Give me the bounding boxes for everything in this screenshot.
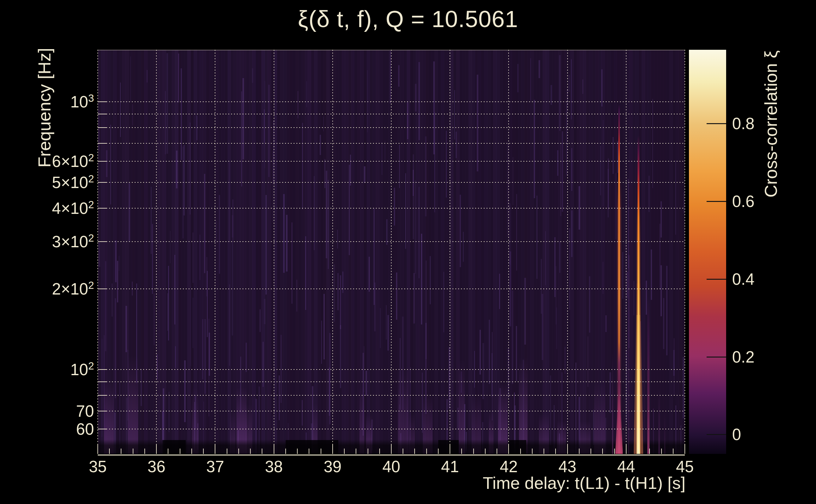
x-tick-mark	[661, 449, 662, 454]
y-tick-mark	[98, 182, 107, 183]
noise-line	[560, 144, 561, 216]
noise-line	[663, 298, 664, 349]
x-tick-mark	[590, 449, 591, 454]
noise-line	[530, 58, 531, 100]
noise-line	[306, 81, 307, 107]
x-axis-title: Time delay: t(L1) - t(H1) [s]	[0, 473, 686, 493]
noise-line	[323, 117, 324, 131]
noise-line	[425, 136, 427, 217]
v-gridline	[156, 50, 157, 454]
noise-line	[413, 154, 414, 239]
x-tick-mark	[297, 449, 298, 454]
noise-line	[460, 195, 461, 267]
noise-line	[674, 338, 675, 395]
noise-line	[463, 232, 463, 262]
noise-line	[538, 60, 540, 78]
v-gridline	[567, 50, 568, 454]
noise-line	[365, 371, 367, 396]
noise-line	[178, 54, 179, 103]
x-tick-mark	[379, 449, 380, 454]
y-tick-mark	[98, 289, 107, 289]
noise-line	[609, 372, 611, 413]
noise-line	[229, 284, 230, 366]
y-tick-mark	[98, 395, 107, 396]
noise-line	[340, 275, 341, 329]
noise-line	[334, 264, 335, 322]
x-tick-mark	[626, 444, 627, 454]
y-tick-label: 60	[18, 420, 94, 438]
x-tick-mark	[638, 449, 638, 454]
noise-line	[246, 343, 247, 372]
low-freq-noise-blob	[128, 355, 138, 454]
x-tick-mark	[579, 449, 579, 454]
noise-line	[571, 148, 572, 191]
noise-line	[398, 65, 399, 87]
streak-faint	[612, 353, 613, 454]
colorbar-tick-label: 0.4	[732, 270, 755, 288]
noise-line	[491, 353, 492, 397]
streak-faint	[658, 387, 660, 454]
noise-line	[154, 293, 154, 346]
noise-line	[446, 131, 446, 198]
colorbar	[689, 50, 726, 454]
colorbar-tick-mark	[707, 434, 726, 435]
noise-line	[683, 357, 684, 418]
noise-line	[120, 83, 121, 137]
noise-line	[328, 180, 329, 269]
noise-line	[456, 132, 457, 158]
noise-line	[106, 150, 107, 177]
noise-line	[415, 84, 417, 112]
noise-line	[386, 219, 388, 245]
noise-line	[649, 176, 650, 212]
x-tick-mark	[321, 449, 321, 454]
noise-line	[283, 194, 285, 273]
noise-line	[265, 81, 265, 168]
noise-line	[557, 150, 558, 176]
y-tick-mark	[98, 143, 107, 144]
noise-line	[192, 232, 193, 283]
noise-line	[413, 273, 415, 324]
noise-line	[559, 55, 560, 130]
noise-line	[600, 146, 601, 195]
noise-line	[302, 400, 303, 426]
noise-line	[489, 320, 490, 384]
y-tick-mark	[98, 101, 107, 102]
noise-line	[513, 157, 513, 205]
noise-line	[675, 160, 676, 235]
noise-line	[337, 273, 338, 311]
x-tick-mark	[461, 449, 462, 454]
x-tick-mark	[133, 449, 133, 454]
x-tick-mark	[227, 449, 227, 454]
noise-line	[151, 187, 152, 254]
colorbar-tick-mark	[707, 201, 726, 202]
noise-line	[394, 188, 395, 226]
x-tick-mark	[497, 449, 497, 454]
x-tick-mark	[485, 449, 486, 454]
x-tick-mark	[649, 449, 650, 454]
noise-line	[413, 170, 413, 196]
noise-line	[386, 305, 387, 340]
noise-line	[165, 91, 166, 154]
noise-line	[268, 85, 270, 177]
x-tick-mark	[156, 444, 157, 454]
y-tick-label: 103	[18, 92, 94, 111]
y-tick-label: 5×102	[18, 173, 94, 192]
noise-line	[286, 215, 287, 272]
noise-line	[192, 298, 193, 348]
noise-line	[480, 330, 481, 375]
x-tick-mark	[191, 449, 192, 454]
noise-line	[118, 256, 119, 271]
bottom-dark-segment	[286, 440, 339, 454]
noise-line	[204, 174, 205, 273]
streak-faint	[628, 176, 629, 454]
x-tick-mark	[356, 449, 356, 454]
x-tick-mark	[673, 449, 674, 454]
y-tick-mark	[98, 381, 107, 382]
v-gridline	[685, 50, 685, 454]
v-gridline	[274, 50, 274, 454]
noise-line	[326, 171, 327, 258]
x-tick-mark	[250, 449, 251, 454]
x-tick-mark	[426, 449, 427, 454]
noise-line	[524, 278, 526, 345]
x-tick-mark	[239, 449, 239, 454]
